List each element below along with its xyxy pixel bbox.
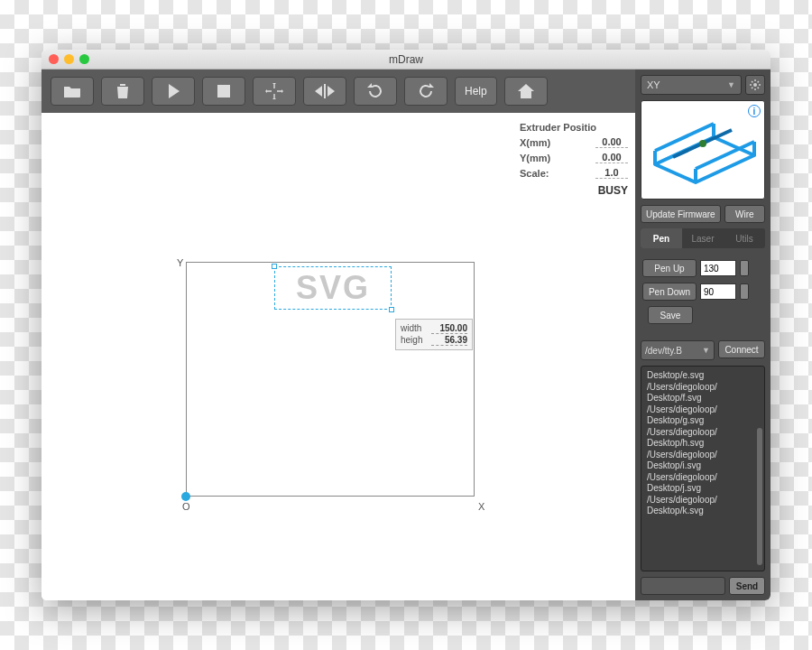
svg-object[interactable]: SVG [274,266,392,310]
serial-port-value: /dev/tty.B [645,346,682,356]
log-line: Desktop/k.svg [647,506,759,517]
rotate-cw-icon [367,83,383,99]
chevron-down-icon: ▼ [702,346,710,355]
pen-down-button[interactable]: Pen Down [642,283,697,301]
log-line: /Users/diegoloop/ [647,495,759,506]
x-label: X(mm) [520,137,550,148]
mode-tabs: Pen Laser Utils [641,228,765,248]
mirror-button[interactable] [303,77,346,106]
info-icon[interactable]: i [748,105,761,117]
busy-label: BUSY [520,184,628,197]
dim-height-value: 56.39 [431,335,467,346]
toolbar: Help [42,70,635,113]
dim-height-label: heigh [401,335,422,346]
serial-port-select[interactable]: /dev/tty.B ▼ [641,340,715,360]
tab-utils[interactable]: Utils [724,228,765,248]
send-button[interactable]: Send [729,577,765,595]
scale-value: 1.0 [595,167,628,179]
log-line: Desktop/j.svg [647,483,759,495]
log-output[interactable]: Desktop/e.svg/Users/diegoloop/Desktop/f.… [641,366,765,571]
canvas[interactable]: Extruder Positio X(mm)0.00 Y(mm)0.00 Sca… [42,113,635,600]
log-line: Desktop/f.svg [647,393,759,404]
connect-button[interactable]: Connect [718,340,765,358]
window-title: mDraw [42,53,770,66]
rotate-ccw-icon [418,83,434,99]
main-area: Help Extruder Positio X(mm)0.00 Y(mm)0.0… [42,70,635,600]
pen-up-stepper[interactable] [740,260,749,276]
status-heading: Extruder Positio [520,122,628,133]
xy-plotter-illustration [641,101,765,191]
log-line: Desktop/h.svg [647,438,759,450]
content: Help Extruder Positio X(mm)0.00 Y(mm)0.0… [42,70,770,600]
command-input[interactable] [641,577,725,595]
tab-pen[interactable]: Pen [641,228,682,248]
home-icon [518,84,534,98]
wire-button[interactable]: Wire [724,205,765,223]
trash-icon [115,83,130,99]
log-line: Desktop/e.svg [647,370,759,382]
log-line: Desktop/g.svg [647,415,759,427]
axis-y-label: Y [177,257,183,268]
svg-point-3 [699,140,706,147]
resize-handle-se[interactable] [389,307,394,312]
home-button[interactable] [504,77,548,106]
robot-preview: i [641,100,765,200]
update-firmware-button[interactable]: Update Firmware [641,205,721,223]
save-button[interactable]: Save [648,306,693,324]
rotate-ccw-button[interactable] [404,77,448,106]
dim-width-value: 150.00 [431,323,467,334]
rotate-cw-button[interactable] [354,77,397,106]
dim-width-label: width [401,323,421,334]
pen-down-stepper[interactable] [740,283,749,300]
x-value: 0.00 [595,136,628,148]
log-line: /Users/diegoloop/ [647,450,759,461]
svg-placeholder-text: SVG [296,269,370,307]
svg-rect-1 [324,84,326,98]
app-window: mDraw [42,50,770,600]
pen-down-input[interactable] [700,283,736,300]
stop-icon [217,85,230,98]
resize-handle-nw[interactable] [272,264,277,269]
tab-laser[interactable]: Laser [682,228,724,248]
axis-x-label: X [478,501,484,512]
open-button[interactable] [51,77,94,106]
log-line: /Users/diegoloop/ [647,472,759,484]
play-icon [167,84,180,98]
svg-point-2 [753,83,757,87]
delete-button[interactable] [101,77,144,106]
mirror-h-icon [315,84,335,98]
robot-select-value: XY [647,79,660,90]
log-line: /Users/diegoloop/ [647,382,759,394]
gear-icon [750,79,761,90]
axis-origin-label: O [182,501,190,512]
play-button[interactable] [152,77,195,106]
y-label: Y(mm) [520,153,550,163]
status-panel: Extruder Positio X(mm)0.00 Y(mm)0.00 Sca… [520,122,628,197]
chevron-down-icon: ▼ [727,80,735,89]
log-line: /Users/diegoloop/ [647,427,759,439]
center-icon [264,83,284,99]
log-line: Desktop/i.svg [647,460,759,472]
origin-marker[interactable] [181,492,190,501]
y-value: 0.00 [595,152,628,163]
svg-rect-0 [217,85,230,98]
robot-select[interactable]: XY ▼ [641,75,742,95]
titlebar: mDraw [42,50,770,70]
pen-up-input[interactable] [700,260,736,276]
scale-label: Scale: [520,168,549,179]
settings-button[interactable] [745,75,765,95]
log-line: /Users/diegoloop/ [647,404,759,416]
pen-panel: Pen Up Pen Down Save [641,254,765,330]
sidebar: XY ▼ i [635,70,770,600]
folder-icon [63,84,81,98]
pen-up-button[interactable]: Pen Up [642,259,697,277]
dimension-tooltip: width150.00 heigh56.39 [395,319,473,350]
center-button[interactable] [253,77,296,106]
help-button[interactable]: Help [455,77,497,106]
stop-button[interactable] [202,77,245,106]
